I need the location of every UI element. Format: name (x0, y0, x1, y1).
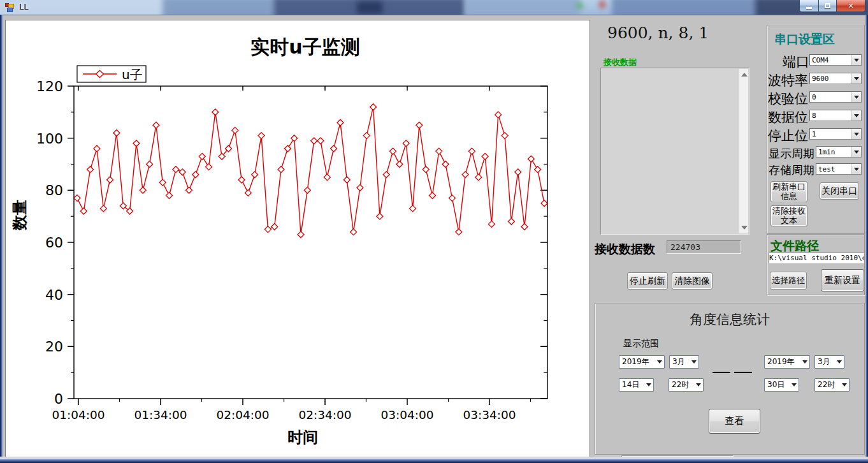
chevron-down-icon[interactable] (851, 110, 861, 121)
aero-blur (577, 3, 583, 9)
svg-text:100: 100 (36, 131, 63, 147)
databits-combobox[interactable]: 8 (809, 110, 862, 121)
close-icon: ✕ (848, 2, 853, 10)
svg-text:u子: u子 (122, 67, 143, 82)
window-border (0, 457, 868, 463)
receive-count-field: 224703 (667, 240, 741, 254)
window-border (0, 15, 3, 458)
aero-blur (357, 1, 382, 14)
receive-data-label: 接收数据 (604, 57, 637, 68)
receive-count-label: 接收数据数 (595, 241, 655, 258)
display-period-combobox[interactable]: 1min (816, 146, 862, 158)
maximize-icon (825, 3, 830, 8)
app-window: LL ✕ 02040608010012001:04:0001:34:0002:0… (0, 0, 868, 463)
end-month-combobox[interactable]: 3月 (814, 355, 844, 369)
window-icon (5, 3, 15, 12)
chevron-down-icon[interactable] (800, 360, 809, 364)
end-year-combobox[interactable]: 2019年 (764, 355, 810, 369)
parity-label: 校验位 (765, 90, 808, 108)
svg-text:40: 40 (45, 287, 63, 303)
start-hour-combobox[interactable]: 22时 (669, 378, 704, 392)
range-separator (712, 372, 730, 373)
serial-group-title: 串口设置区 (774, 31, 835, 48)
aero-blur (599, 1, 605, 8)
window-title: LL (19, 2, 29, 11)
chevron-down-icon[interactable] (689, 360, 698, 364)
chevron-down-icon[interactable] (834, 360, 844, 364)
window-border (865, 15, 868, 458)
clear-image-button[interactable]: 清除图像 (672, 272, 712, 290)
scroll-up-icon[interactable] (741, 73, 748, 77)
svg-text:120: 120 (36, 78, 63, 94)
chevron-down-icon[interactable] (851, 129, 861, 139)
start-year-combobox[interactable]: 2019年 (619, 355, 665, 369)
serial-summary-label: 9600, n, 8, 1 (607, 24, 709, 42)
svg-text:数量: 数量 (11, 200, 29, 231)
svg-text:03:04:00: 03:04:00 (380, 408, 433, 422)
range-separator (734, 372, 752, 373)
reset-button[interactable]: 重新设置 (821, 269, 864, 291)
display-period-label: 显示周期 (761, 146, 814, 161)
parity-combobox[interactable]: 0 (809, 91, 862, 103)
port-combobox[interactable]: COM4 (809, 54, 862, 66)
svg-text:实时u子监测: 实时u子监测 (250, 36, 359, 58)
receive-textarea[interactable] (600, 68, 749, 235)
svg-text:02:04:00: 02:04:00 (216, 408, 269, 422)
chevron-down-icon[interactable] (789, 383, 799, 386)
close-button[interactable]: ✕ (837, 0, 865, 12)
aero-blur (465, 0, 580, 15)
maximize-button[interactable] (818, 0, 837, 12)
title-bar[interactable]: LL ✕ (0, 0, 868, 15)
view-button[interactable]: 查看 (709, 409, 760, 434)
chevron-down-icon[interactable] (839, 383, 849, 386)
end-hour-combobox[interactable]: 22时 (814, 378, 850, 392)
svg-text:20: 20 (45, 339, 63, 355)
aero-blur (612, 0, 758, 15)
svg-text:60: 60 (45, 235, 63, 251)
chevron-down-icon[interactable] (851, 55, 861, 65)
file-path-field[interactable]: K:\visual studio 2010\d (769, 253, 864, 263)
start-day-combobox[interactable]: 14日 (619, 378, 654, 392)
chart-panel: 02040608010012001:04:0001:34:0002:04:000… (5, 20, 590, 457)
minimize-icon (806, 7, 812, 9)
stop-refresh-button[interactable]: 停止刷新 (627, 272, 668, 290)
store-period-combobox[interactable]: test (816, 163, 862, 175)
chevron-down-icon[interactable] (851, 147, 861, 157)
chevron-down-icon[interactable] (655, 360, 664, 364)
display-range-label: 显示范围 (623, 338, 659, 349)
svg-text:02:34:00: 02:34:00 (298, 408, 351, 422)
realtime-chart: 02040608010012001:04:0001:34:0002:04:000… (6, 20, 590, 457)
chevron-down-icon[interactable] (851, 164, 861, 174)
form-client-area: 02040608010012001:04:0001:34:0002:04:000… (3, 15, 865, 457)
select-path-button[interactable]: 选择路径 (770, 272, 807, 290)
svg-text:03:34:00: 03:34:00 (463, 408, 516, 422)
chevron-down-icon[interactable] (693, 383, 703, 386)
start-month-combobox[interactable]: 3月 (669, 355, 699, 369)
stopbits-label: 停止位 (765, 127, 808, 145)
scroll-down-icon[interactable] (741, 226, 748, 230)
baud-label: 波特率 (765, 71, 808, 89)
databits-label: 数据位 (765, 108, 808, 126)
chevron-down-icon[interactable] (851, 73, 861, 84)
store-period-label: 存储周期 (761, 163, 814, 178)
svg-text:80: 80 (45, 182, 63, 198)
svg-text:01:04:00: 01:04:00 (52, 408, 105, 422)
svg-text:01:34:00: 01:34:00 (134, 408, 187, 422)
end-day-combobox[interactable]: 30日 (764, 378, 799, 392)
chevron-down-icon[interactable] (851, 92, 861, 102)
close-serial-button[interactable]: 关闭串口 (820, 182, 859, 200)
port-label: 端口 (770, 53, 809, 71)
stopbits-combobox[interactable]: 1 (809, 128, 862, 140)
svg-text:0: 0 (54, 391, 63, 407)
aero-blur (163, 0, 277, 15)
svg-text:时间: 时间 (287, 429, 318, 446)
minimize-button[interactable] (799, 0, 818, 12)
baud-combobox[interactable]: 9600 (809, 73, 862, 84)
stats-title: 角度信息统计 (595, 311, 865, 328)
refresh-serial-button[interactable]: 刷新串口 信息 (770, 181, 807, 202)
clear-receive-button[interactable]: 清除接收 文本 (770, 205, 807, 226)
scrollbar[interactable] (739, 69, 748, 233)
chevron-down-icon[interactable] (644, 383, 653, 386)
